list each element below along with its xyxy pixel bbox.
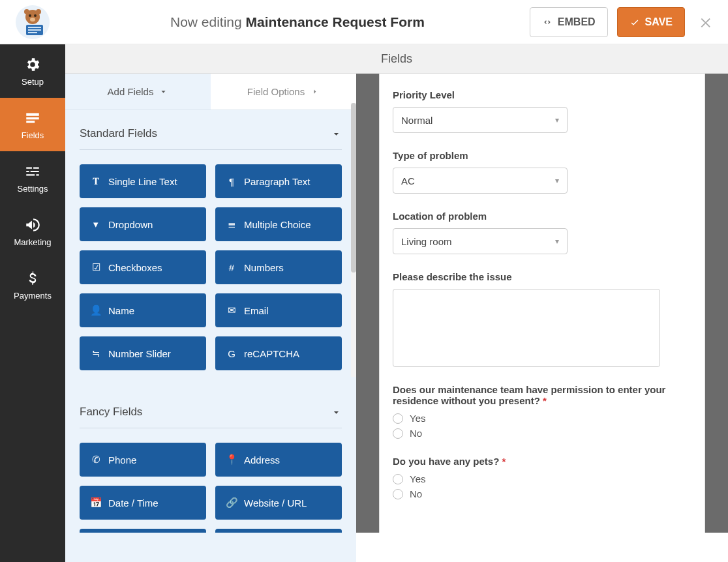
field-button-date-time[interactable]: 📅Date / Time: [80, 486, 206, 520]
field-button-multiple-choice[interactable]: ≣Multiple Choice: [215, 207, 342, 241]
embed-button[interactable]: EMBED: [530, 7, 608, 37]
user-icon: 👤: [90, 304, 102, 316]
form-canvas[interactable]: Priority Level Normal ▾ Type of problem …: [380, 74, 705, 533]
form-name: Maintenance Request Form: [246, 14, 425, 29]
palette-tabs: Add Fields Field Options: [65, 74, 356, 110]
describe-textarea[interactable]: [393, 289, 660, 367]
tab-field-options[interactable]: Field Options: [211, 74, 356, 110]
chevron-right-icon: [310, 87, 320, 96]
field-button-number-slider[interactable]: ≒Number Slider: [80, 336, 206, 370]
nav-setup[interactable]: Setup: [0, 44, 65, 98]
svg-point-2: [36, 9, 41, 14]
calendar-icon: 📅: [90, 497, 102, 509]
dollar-icon: [24, 270, 41, 287]
radio-icon: [393, 489, 403, 499]
nav-fields-label: Fields: [22, 130, 44, 140]
priority-select[interactable]: Normal ▾: [393, 107, 568, 133]
sliders-icon: [24, 163, 41, 180]
field-permission[interactable]: Does our maintenance team have permissio…: [393, 384, 691, 439]
wpforms-logo-icon: [17, 7, 48, 38]
field-button-label: reCAPTCHA: [244, 348, 299, 359]
standard-fields-heading[interactable]: Standard Fields: [80, 110, 342, 150]
field-button-name[interactable]: 👤Name: [80, 293, 206, 327]
nav-settings[interactable]: Settings: [0, 151, 65, 205]
field-priority[interactable]: Priority Level Normal ▾: [393, 89, 691, 133]
link-icon: 🔗: [226, 497, 237, 509]
required-asterisk: *: [540, 395, 547, 406]
field-button-label: Email: [244, 305, 269, 316]
radio-icon: [393, 413, 403, 424]
app-logo[interactable]: [16, 5, 50, 39]
field-button-file-upload[interactable]: ⬆File Upload: [80, 529, 206, 533]
field-button-email[interactable]: ✉Email: [215, 293, 342, 327]
field-button-dropdown[interactable]: ▾Dropdown: [80, 207, 206, 241]
field-palette: Add Fields Field Options Standard Fields…: [65, 74, 356, 562]
field-button-checkboxes[interactable]: ☑Checkboxes: [80, 250, 206, 284]
nav-fields[interactable]: Fields: [0, 98, 65, 151]
field-button-label: Phone: [108, 454, 136, 466]
palette-scrollbar[interactable]: [351, 103, 356, 377]
field-button-label: Multiple Choice: [244, 219, 311, 230]
field-button-recaptcha[interactable]: GreCAPTCHA: [215, 336, 342, 370]
svg-point-5: [30, 18, 35, 22]
bullhorn-icon: [24, 216, 41, 233]
location-value: Living room: [401, 236, 452, 247]
scrollbar-thumb[interactable]: [351, 103, 356, 273]
form-preview-pane: Priority Level Normal ▾ Type of problem …: [356, 74, 728, 533]
nav-setup-label: Setup: [22, 77, 44, 87]
field-button-password[interactable]: 🔒Password: [215, 529, 342, 533]
permission-no[interactable]: No: [393, 428, 691, 439]
field-button-numbers[interactable]: #Numbers: [215, 250, 342, 284]
priority-label: Priority Level: [393, 89, 691, 100]
permission-label: Does our maintenance team have permissio…: [393, 384, 691, 406]
envelope-icon: ✉: [226, 304, 237, 316]
field-button-address[interactable]: 📍Address: [215, 443, 342, 477]
sliders-icon: ≒: [90, 348, 102, 359]
fancy-fields-heading[interactable]: Fancy Fields: [80, 389, 342, 428]
field-button-single-line-text[interactable]: 𝐓Single Line Text: [80, 164, 206, 198]
pin-icon: 📍: [226, 454, 237, 466]
field-describe[interactable]: Please describe the issue: [393, 271, 691, 367]
palette-panel[interactable]: Standard Fields 𝐓Single Line Text¶Paragr…: [65, 110, 356, 533]
radio-icon: [393, 474, 403, 484]
required-asterisk: *: [499, 456, 506, 467]
type-select[interactable]: AC ▾: [393, 168, 568, 194]
field-type[interactable]: Type of problem AC ▾: [393, 150, 691, 194]
field-button-label: Checkboxes: [108, 262, 162, 273]
list-icon: ≣: [226, 218, 237, 230]
field-location[interactable]: Location of problem Living room ▾: [393, 211, 691, 254]
location-label: Location of problem: [393, 211, 691, 222]
svg-rect-8: [28, 29, 41, 31]
field-button-label: Numbers: [244, 262, 284, 273]
form-icon: [24, 110, 41, 126]
nav-marketing[interactable]: Marketing: [0, 205, 65, 258]
pets-no[interactable]: No: [393, 488, 691, 499]
standard-fields-label: Standard Fields: [80, 127, 157, 140]
field-button-label: Single Line Text: [108, 176, 177, 187]
topbar: Now editing Maintenance Request Form EMB…: [0, 0, 728, 44]
nav-marketing-label: Marketing: [14, 237, 51, 247]
svg-rect-7: [28, 27, 41, 28]
nav-payments[interactable]: Payments: [0, 258, 65, 312]
field-button-paragraph-text[interactable]: ¶Paragraph Text: [215, 164, 342, 198]
pets-yes[interactable]: Yes: [393, 473, 691, 484]
location-select[interactable]: Living room ▾: [393, 228, 568, 254]
fancy-fields-grid: ✆Phone📍Address📅Date / Time🔗Website / URL…: [80, 443, 342, 533]
tab-add-fields[interactable]: Add Fields: [65, 74, 211, 110]
nav-settings-label: Settings: [18, 184, 48, 194]
field-button-website-url[interactable]: 🔗Website / URL: [215, 486, 342, 520]
field-pets[interactable]: Do you have any pets? * Yes No: [393, 456, 691, 499]
fields-header: Fields: [65, 44, 728, 74]
field-button-phone[interactable]: ✆Phone: [80, 443, 206, 477]
paragraph-icon: ¶: [226, 176, 237, 187]
permission-yes[interactable]: Yes: [393, 413, 691, 424]
pets-no-label: No: [410, 488, 422, 499]
editing-prefix: Now editing: [170, 14, 242, 29]
hash-icon: #: [226, 262, 237, 273]
save-button[interactable]: SAVE: [617, 7, 685, 37]
workspace: Fields Add Fields Field Options Sta: [65, 44, 728, 562]
permission-yes-label: Yes: [410, 413, 425, 424]
svg-point-3: [29, 14, 31, 17]
tab-field-options-label: Field Options: [247, 86, 305, 97]
close-button[interactable]: [699, 11, 714, 33]
